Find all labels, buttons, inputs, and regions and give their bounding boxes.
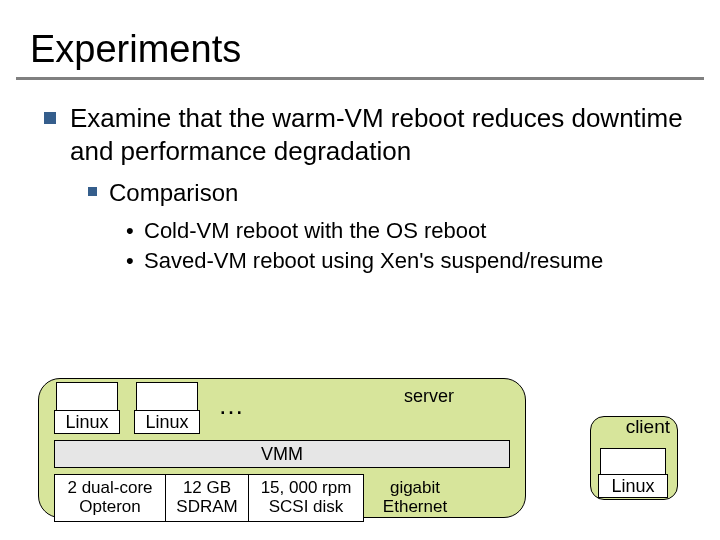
vm-box-2 <box>136 382 198 412</box>
vmm-layer: VMM <box>54 440 510 468</box>
vm-os-label-1: Linux <box>54 410 120 434</box>
architecture-diagram: server Linux Linux … VMM 2 dual-core Opt… <box>38 378 688 528</box>
hw-cpu: 2 dual-core Opteron <box>54 474 166 522</box>
bullet-level3-group: Cold-VM reboot with the OS reboot Saved-… <box>126 216 692 275</box>
bullet-text-main: Examine that the warm-VM reboot reduces … <box>70 102 692 167</box>
hw-net: gigabit Ethernet <box>363 474 467 522</box>
client-os-label: Linux <box>598 474 668 498</box>
vm-box-1 <box>56 382 118 412</box>
bullet-item-1: Saved-VM reboot using Xen's suspend/resu… <box>126 246 692 276</box>
square-bullet-icon <box>44 112 56 124</box>
bullet-level1: Examine that the warm-VM reboot reduces … <box>44 102 692 167</box>
client-vm-box <box>600 448 666 476</box>
content-area: Examine that the warm-VM reboot reduces … <box>0 80 720 276</box>
hw-ram: 12 GB SDRAM <box>165 474 249 522</box>
bullet-item-0: Cold-VM reboot with the OS reboot <box>126 216 692 246</box>
slide-title: Experiments <box>0 0 720 77</box>
server-label: server <box>404 386 454 407</box>
bullet-text-sub: Comparison <box>109 177 238 208</box>
client-label: client <box>598 416 670 438</box>
square-bullet-icon <box>88 187 97 196</box>
hardware-row: 2 dual-core Opteron 12 GB SDRAM 15, 000 … <box>54 474 510 522</box>
vm-os-label-2: Linux <box>134 410 200 434</box>
ellipsis-icon: … <box>218 390 244 421</box>
hw-disk: 15, 000 rpm SCSI disk <box>248 474 364 522</box>
bullet-level2: Comparison <box>88 177 692 208</box>
